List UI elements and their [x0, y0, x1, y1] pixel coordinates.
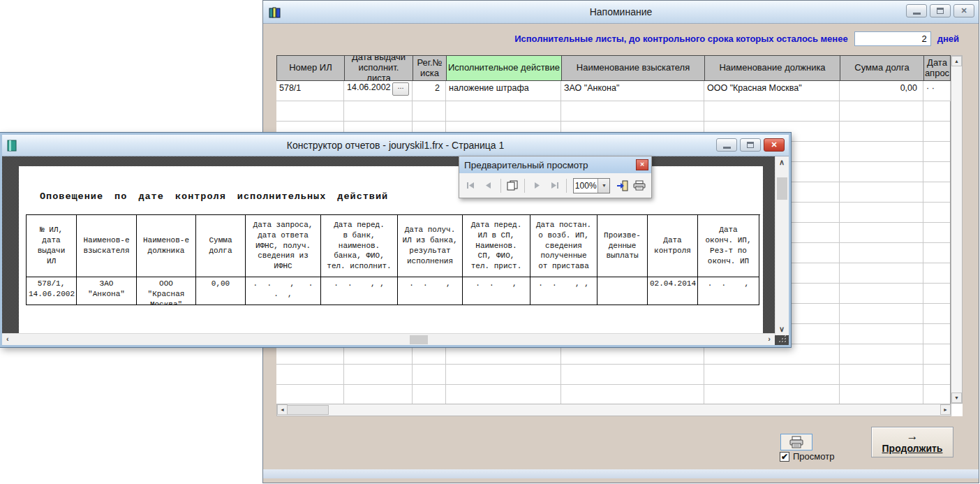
minimize-button[interactable] [906, 4, 927, 17]
separator [524, 179, 525, 193]
last-page-icon [550, 182, 559, 189]
date-picker-button[interactable]: ... [392, 82, 409, 96]
days-input[interactable] [854, 31, 931, 46]
designer-window-title: Конструктор отчетов - jouryskil1.frx - С… [2, 140, 789, 151]
table-horizontal-scrollbar[interactable]: ◄ ► [276, 404, 951, 416]
rep-col-debtor: Наименов-е должника [137, 215, 196, 277]
rep-cell-bank-in: . . , [398, 277, 463, 305]
col-header-reg-no[interactable]: Рег.№ иска [413, 55, 446, 81]
table-vertical-scrollbar[interactable]: ▲ ▼ [951, 55, 963, 404]
printer-icon [633, 180, 646, 191]
report-designer-window: Конструктор отчетов - jouryskil1.frx - С… [0, 133, 791, 347]
rep-col-il: № ИЛ, дата выдачи ИЛ [27, 215, 77, 277]
col-header-number[interactable]: Номер ИЛ [276, 55, 344, 81]
rep-cell-payments [597, 277, 648, 305]
chevron-down-icon[interactable]: ▼ [597, 179, 609, 193]
last-page-button[interactable] [547, 177, 562, 194]
rep-col-payments: Произве- денные выплаты [597, 215, 648, 277]
col-header-debt[interactable]: Сумма долга [840, 55, 923, 81]
close-button[interactable]: ✕ [953, 4, 974, 17]
scroll-down-icon[interactable]: ▼ [951, 393, 962, 403]
rep-cell-bank-out: . . , , [321, 277, 398, 305]
preview-checkbox[interactable]: ✔ [780, 452, 789, 462]
minimize-icon [913, 13, 921, 15]
scrollbar-thumb[interactable] [287, 405, 329, 415]
rep-cell-debtor: ООО "Красная Москва" [137, 277, 196, 305]
scroll-left-icon[interactable]: ‹ [6, 335, 9, 343]
cell-number[interactable]: 578/1 [276, 81, 344, 101]
next-page-button[interactable] [529, 177, 544, 194]
next-page-icon [533, 182, 542, 189]
cell-claimant[interactable]: ЗАО "Анкона" [561, 81, 704, 101]
reminder-window-title: Напоминание [263, 6, 979, 17]
rep-col-sp: Дата перед. ИЛ в СП, Наименов. СП, ФИО, … [463, 215, 530, 277]
grid-line [839, 101, 840, 404]
rep-cell-il: 578/1, 14.06.2002 [27, 277, 77, 305]
zoom-select[interactable]: 100% ▼ [573, 178, 610, 193]
cell-issue-date[interactable]: 14.06.2002 ... [344, 81, 413, 101]
designer-horizontal-scrollbar[interactable]: ‹ › [2, 333, 775, 345]
col-header-request-date[interactable]: Дата апрос [923, 55, 951, 81]
close-button[interactable]: ✕ [764, 138, 785, 152]
cell-debt[interactable]: 0,00 [840, 81, 923, 101]
preview-toolbar-window: Предварительный просмотр ✕ [459, 156, 652, 198]
pages-button[interactable] [505, 177, 521, 194]
designer-vertical-scrollbar[interactable]: ∧ ∨ [775, 156, 789, 335]
maximize-button[interactable] [930, 4, 951, 17]
filter-suffix: дней [937, 34, 959, 44]
cell-debtor[interactable]: ООО "Красная Москва" [704, 81, 840, 101]
issue-date-value: 14.06.2002 [347, 82, 391, 92]
scroll-up-icon[interactable]: ▲ [951, 56, 962, 66]
print-button[interactable] [632, 177, 647, 194]
designer-titlebar: Конструктор отчетов - jouryskil1.frx - С… [2, 135, 789, 156]
preview-checkbox-row: ✔ Просмотр [780, 451, 834, 462]
reminder-table-header: Номер ИЛ Дата выдачи исполнит. листа Рег… [276, 55, 950, 81]
separator [566, 179, 567, 193]
reminder-window-controls: ✕ [906, 4, 974, 17]
report-heading: Оповещение по дате контроля исполнительн… [40, 191, 388, 202]
scrollbar-thumb[interactable] [777, 177, 787, 200]
continue-button[interactable]: → Продолжить [871, 427, 953, 457]
filter-row: Исполнительные листы, до контрольного ср… [276, 30, 959, 47]
rep-cell-control-date: 02.04.2014 [648, 277, 698, 305]
zoom-value: 100% [574, 181, 597, 191]
cell-action[interactable]: наложение штрафа [446, 81, 561, 101]
report-table: № ИЛ, дата выдачи ИЛ Наименов-е взыскате… [26, 214, 760, 305]
preview-toolbar-buttons: 100% ▼ [459, 173, 651, 198]
col-header-issue-date[interactable]: Дата выдачи исполнит. листа [344, 55, 413, 81]
scroll-up-icon[interactable]: ∧ [779, 159, 785, 166]
first-page-icon [466, 182, 475, 189]
minimize-icon [723, 147, 731, 149]
rep-col-debt: Сумма долга [196, 215, 246, 277]
col-header-action[interactable]: Исполнительное действие [446, 55, 561, 81]
maximize-icon [937, 8, 944, 14]
filter-label: Исполнительные листы, до контрольного ср… [514, 34, 848, 44]
col-header-debtor[interactable]: Наименование должника [704, 55, 840, 81]
scroll-right-icon[interactable]: ► [940, 404, 951, 415]
scrollbar-thumb[interactable] [410, 335, 428, 344]
cell-request-date[interactable]: · · [923, 81, 951, 101]
rep-col-ip: Дата постан. о возб. ИП, сведения получе… [530, 215, 597, 277]
first-page-button[interactable] [463, 177, 479, 194]
resize-grip[interactable] [778, 335, 787, 343]
report-table-header: № ИЛ, дата выдачи ИЛ Наименов-е взыскате… [26, 214, 760, 277]
designer-window-controls: ✕ [716, 138, 785, 152]
scroll-left-icon[interactable]: ◄ [277, 404, 288, 415]
print-button[interactable] [780, 434, 812, 450]
reminder-titlebar: Напоминание ✕ [263, 1, 979, 24]
minimize-button[interactable] [716, 138, 737, 152]
cell-reg-no[interactable]: 2 [413, 81, 446, 101]
table-row[interactable]: 578/1 14.06.2002 ... 2 наложение штрафа … [276, 81, 950, 101]
close-button[interactable]: ✕ [636, 159, 648, 170]
col-header-claimant[interactable]: Наименование взыскателя [561, 55, 704, 81]
scroll-down-icon[interactable]: ∨ [779, 325, 785, 333]
prev-page-button[interactable] [481, 177, 496, 194]
exit-preview-button[interactable] [614, 177, 630, 194]
maximize-button[interactable] [740, 138, 761, 152]
rep-col-ifns: Дата запроса, дата ответа ИФНС, получ. с… [246, 215, 321, 277]
exit-door-icon [616, 180, 628, 191]
rep-col-bank-out: Дата перед. в банк, наименов. банка, ФИО… [321, 215, 398, 277]
scroll-right-icon[interactable]: › [768, 335, 771, 343]
rep-cell-finish: . . , [698, 277, 759, 305]
close-icon: ✕ [771, 141, 777, 149]
